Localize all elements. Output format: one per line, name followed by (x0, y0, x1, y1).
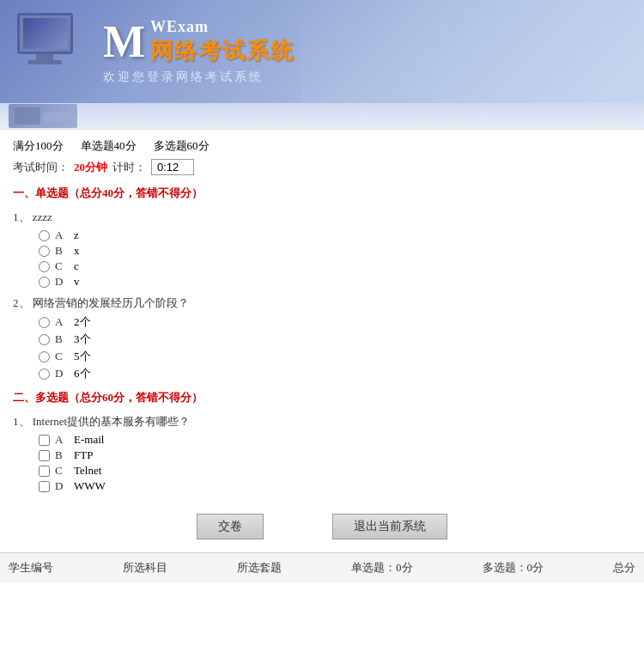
footer-multi-score: 多选题：0分 (483, 560, 544, 576)
q2-radio-b[interactable] (39, 334, 50, 345)
q2-options: A 2个 B 3个 C 5个 D 6个 (13, 314, 631, 381)
logo: M WExam 网络考试系统 欢迎您登录网络考试系统 (103, 18, 295, 85)
q1-option-d: D v (39, 275, 631, 289)
timer-value: 20分钟 (74, 160, 107, 175)
q1-option-c: C c (39, 259, 631, 273)
q3-checkbox-a[interactable] (39, 435, 50, 446)
q1-options: A z B x C c D v (13, 228, 631, 289)
q3-option-a: A E-mail (39, 433, 631, 447)
exit-button[interactable]: 退出当前系统 (332, 514, 447, 539)
button-row: 交卷 退出当前系统 (0, 497, 644, 552)
footer: 学生编号 所选科目 所选套题 单选题：0分 多选题：0分 总分 (0, 552, 644, 582)
q2-radio-c[interactable] (39, 351, 50, 363)
q2-option-a-text: 2个 (74, 314, 91, 330)
svg-rect-1 (44, 113, 68, 121)
q1-option-d-text: v (74, 275, 80, 289)
timer-row: 考试时间： 20分钟 计时： (0, 157, 644, 180)
q3-option-a-text: E-mail (74, 433, 104, 447)
q3-option-c-text: Telnet (74, 464, 101, 478)
logo-title: 网络考试系统 (150, 36, 295, 66)
q1-option-c-text: c (74, 259, 79, 273)
q2-radio-a[interactable] (39, 317, 50, 328)
subheader-image (9, 104, 77, 128)
q3-checkbox-c[interactable] (39, 466, 50, 477)
section2-title: 二、多选题（总分60分，答错不得分） (0, 385, 644, 411)
footer-total: 总分 (613, 560, 635, 576)
question-3: 1、 Internet提供的基本服务有哪些？ A E-mail B FTP C … (0, 411, 644, 497)
logo-wexam: WExam (150, 18, 295, 36)
q2-option-b: B 3个 (39, 332, 631, 347)
subheader (0, 103, 644, 129)
q1-radio-c[interactable] (39, 261, 50, 272)
q1-radio-d[interactable] (39, 277, 50, 288)
timer-input[interactable] (151, 159, 194, 175)
q1-option-a: A z (39, 228, 631, 242)
svg-rect-0 (15, 107, 40, 125)
submit-button[interactable]: 交卷 (197, 514, 264, 539)
q2-option-d-text: 6个 (74, 366, 91, 381)
q3-checkbox-d[interactable] (39, 481, 50, 492)
logo-m-letter: M (103, 20, 145, 64)
header: M WExam 网络考试系统 欢迎您登录网络考试系统 (0, 0, 644, 103)
q3-options: A E-mail B FTP C Telnet D WWW (13, 433, 631, 493)
section1-title: 一、单选题（总分40分，答错不得分） (0, 180, 644, 206)
q2-option-b-text: 3个 (74, 332, 91, 347)
computer-decoration (13, 9, 90, 86)
q1-number: 1、 zzzz (13, 210, 631, 225)
q3-option-b-text: FTP (74, 448, 93, 462)
q2-option-d: D 6个 (39, 366, 631, 381)
q3-number: 1、 Internet提供的基本服务有哪些？ (13, 414, 631, 430)
q2-option-c-text: 5个 (74, 349, 91, 364)
q1-option-b: B x (39, 244, 631, 258)
q2-number: 2、 网络营销的发展经历几个阶段？ (13, 295, 631, 311)
q1-radio-a[interactable] (39, 230, 50, 241)
footer-subject: 所选科目 (123, 560, 167, 576)
q2-radio-d[interactable] (39, 369, 50, 380)
logo-subtitle: 欢迎您登录网络考试系统 (103, 70, 264, 85)
q3-option-b: B FTP (39, 448, 631, 462)
q3-option-d: D WWW (39, 479, 631, 493)
footer-questions: 所选套题 (237, 560, 282, 576)
q3-checkbox-b[interactable] (39, 450, 50, 461)
question-2: 2、 网络营销的发展经历几个阶段？ A 2个 B 3个 C 5个 D 6个 (0, 292, 644, 385)
q1-radio-b[interactable] (39, 246, 50, 257)
q3-option-d-text: WWW (74, 479, 106, 493)
single-score: 单选题40分 (81, 138, 137, 154)
q2-option-a: A 2个 (39, 314, 631, 330)
q3-option-c: C Telnet (39, 464, 631, 478)
total-score: 满分100分 (13, 138, 64, 154)
score-info: 满分100分 单选题40分 多选题60分 (0, 130, 644, 157)
count-label: 计时： (112, 160, 146, 175)
question-1: 1、 zzzz A z B x C c D v (0, 206, 644, 292)
timer-label: 考试时间： (13, 160, 69, 175)
q1-option-b-text: x (74, 244, 80, 258)
q1-option-a-text: z (74, 228, 79, 242)
q2-option-c: C 5个 (39, 349, 631, 364)
footer-single-score: 单选题：0分 (351, 560, 413, 576)
monitor-icon (17, 13, 73, 54)
multi-score: 多选题60分 (154, 138, 210, 154)
footer-student-id: 学生编号 (9, 560, 53, 576)
